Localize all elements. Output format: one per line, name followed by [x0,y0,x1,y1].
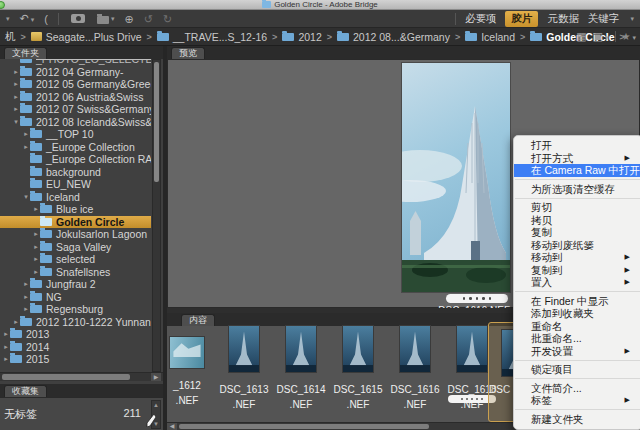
scrollbar-arrow-icon[interactable]: ▶ [151,373,161,381]
menu-item-rename[interactable]: 重命名 [514,320,640,333]
folders-vertical-scrollbar[interactable] [152,59,161,372]
sphere-icon[interactable]: ⊕ [124,10,133,28]
traffic-light-green-icon[interactable] [0,1,5,9]
disclosure-triangle-icon[interactable]: ▸ [12,68,20,76]
breadcrumb-iceland[interactable]: Iceland [465,31,515,43]
folder-menu-icon[interactable] [97,16,109,24]
menu-item-copy-to[interactable]: 复制到▶ [514,264,640,277]
tree-item[interactable]: ▸2012 05 Germany&Greece- [0,78,151,91]
thumbnail-grid-icon[interactable]: ▦ [576,30,586,43]
workspace-tab-keywords[interactable]: 关键字 [588,12,620,26]
tree-item[interactable]: ▸selected [0,253,151,266]
menu-item-move-to[interactable]: 移动到▶ [514,251,640,264]
tree-item[interactable]: background [0,166,151,179]
rotate-left-icon[interactable]: ↺ [144,10,153,28]
thumbnail-dsc1613[interactable]: DSC_1613.NEF [214,326,274,412]
disclosure-triangle-icon[interactable]: ▸ [2,355,10,363]
tree-item[interactable]: ▸2015 [0,353,151,366]
menu-item-copy[interactable]: 拷贝 [514,214,640,227]
menu-item-open[interactable]: 打开 [514,139,640,152]
tree-item[interactable]: ▸2012 07 Swiss&Germany&Norwa [0,103,151,116]
disclosure-triangle-icon[interactable]: ▾ [12,118,20,126]
thumbnail-dsc1612[interactable]: _1612.NEF [161,326,213,408]
menu-item-lock-item[interactable]: 锁定项目 [514,363,640,376]
disclosure-triangle-icon[interactable]: ▸ [22,130,30,138]
filter-no-label-row[interactable]: 无标签 211 [0,398,163,422]
menu-item-file-info[interactable]: 文件简介... [514,382,640,395]
tree-item[interactable]: ▸2012 06 Austria&Swiss [0,91,151,104]
tree-item[interactable]: ▸Snafellsnes [0,266,151,279]
tree-item[interactable]: _Europe Collection RAW [0,153,151,166]
tab-collections[interactable]: 收藏集 [4,385,47,397]
disclosure-triangle-icon[interactable]: ▸ [32,255,40,263]
camera-import-icon[interactable] [71,14,85,23]
workspace-tab-essentials[interactable]: 必要项 [465,12,497,26]
tree-item[interactable]: ▸_Europe Collection [0,141,151,154]
disclosure-triangle-icon[interactable]: ▸ [12,318,20,326]
scrollbar-thumb[interactable] [179,424,429,429]
tree-item[interactable]: ▸2013 [0,328,151,341]
menu-item-reveal-in-finder[interactable]: 在 Finder 中显示 [514,295,640,308]
tree-item[interactable]: ▸2012 1210-1222 Yunnan [0,316,151,329]
breadcrumb-computer[interactable]: 机 [5,30,16,44]
disclosure-triangle-icon[interactable]: ▸ [32,243,40,251]
tree-item[interactable]: ▸Regensburg [0,303,151,316]
tree-item[interactable]: ▸2014 [0,341,151,354]
menu-item-label[interactable]: 标签▶ [514,394,640,407]
tree-item[interactable]: ▸Blue ice [0,203,151,216]
menu-item-develop-settings[interactable]: 开发设置▶ [514,345,640,358]
chevron-down-icon[interactable]: ▾ [111,15,115,23]
tab-folders[interactable]: 文件夹 [4,47,47,59]
tree-item[interactable]: ▸Jungfrau 2 [0,278,151,291]
breadcrumb-2012-08[interactable]: 2012 08...&Germany [337,31,450,43]
tree-item[interactable]: EU_NEW [0,178,151,191]
arc-icon[interactable]: ( [44,10,48,28]
star-filter-icon[interactable]: ★▾ [622,31,636,42]
tab-content[interactable]: 内容 [181,314,215,326]
rating-pill[interactable] [446,294,508,303]
disclosure-triangle-icon[interactable]: ▸ [22,293,30,301]
scrollbar-thumb[interactable] [2,374,130,380]
menu-item-open-with[interactable]: 打开方式▶ [514,152,640,165]
nav-dropdown-icon[interactable]: ▾ [6,10,10,28]
rotate-right-icon[interactable]: ↻ [163,10,172,28]
boomerang-icon[interactable]: ↶▾ [20,9,35,29]
workspace-dropdown-icon[interactable]: ▾ [630,15,634,23]
tree-item[interactable]: ▸2012 04 Germany- [0,66,151,79]
thumbnail-dsc1615[interactable]: DSC_1615.NEF [328,326,388,412]
disclosure-triangle-icon[interactable]: ▸ [2,343,10,351]
menu-item-batch-rename[interactable]: 批重命名... [514,332,640,345]
scrollbar-thumb[interactable] [154,62,159,182]
workspace-tab-metadata[interactable]: 元数据 [547,12,579,26]
tree-item[interactable]: ▸Saga Valley [0,241,151,254]
menu-item-place[interactable]: 置入▶ [514,276,640,289]
breadcrumb-2012[interactable]: 2012 [282,31,321,43]
disclosure-triangle-icon[interactable]: ▸ [12,105,20,113]
workspace-tab-filmstrip[interactable]: 胶片 [505,11,538,27]
menu-item-duplicate[interactable]: 复制 [514,226,640,239]
menu-item-purge-cache[interactable]: 为所选项清空缓存 [514,183,640,196]
disclosure-triangle-icon[interactable]: ▸ [32,230,40,238]
breadcrumb-drive[interactable]: Seagate...Plus Drive [31,31,142,43]
thumbnail-dsc1614[interactable]: DSC_1614.NEF [271,326,331,412]
disclosure-triangle-icon[interactable]: ▸ [22,143,30,151]
menu-item-new-folder[interactable]: 新建文件夹 [514,413,640,426]
scrollbar-up-icon[interactable]: ▲ [152,401,160,409]
menu-item-open-in-camera-raw[interactable]: 在 Camera Raw 中打开... [514,164,640,177]
disclosure-triangle-icon[interactable]: ▾ [22,193,30,201]
disclosure-triangle-icon[interactable]: ▸ [22,280,30,288]
disclosure-triangle-icon[interactable]: ▸ [2,330,10,338]
disclosure-triangle-icon[interactable]: ▸ [32,268,40,276]
disclosure-triangle-icon[interactable]: ▸ [12,80,20,88]
menu-item-cut[interactable]: 剪切 [514,201,640,214]
tab-preview[interactable]: 预览 [171,47,205,59]
folders-horizontal-scrollbar[interactable]: ▶ [0,372,163,381]
menu-item-add-to-favorites[interactable]: 添加到收藏夹 [514,307,640,320]
view-options-icon[interactable]: ▣▾ [593,30,609,43]
tree-item[interactable]: ▾2012 08 Iceland&Swiss&German [0,116,151,129]
tree-item[interactable]: ▸Jokulsarlon Lagoon [0,228,151,241]
disclosure-triangle-icon[interactable]: ▸ [22,305,30,313]
breadcrumb-travels[interactable]: __TRAVE...S_12-16 [157,31,267,43]
thumbnail-dsc1616[interactable]: DSC_1616.NEF [385,326,445,412]
scrollbar-arrow-icon[interactable]: ◀ [167,423,177,430]
